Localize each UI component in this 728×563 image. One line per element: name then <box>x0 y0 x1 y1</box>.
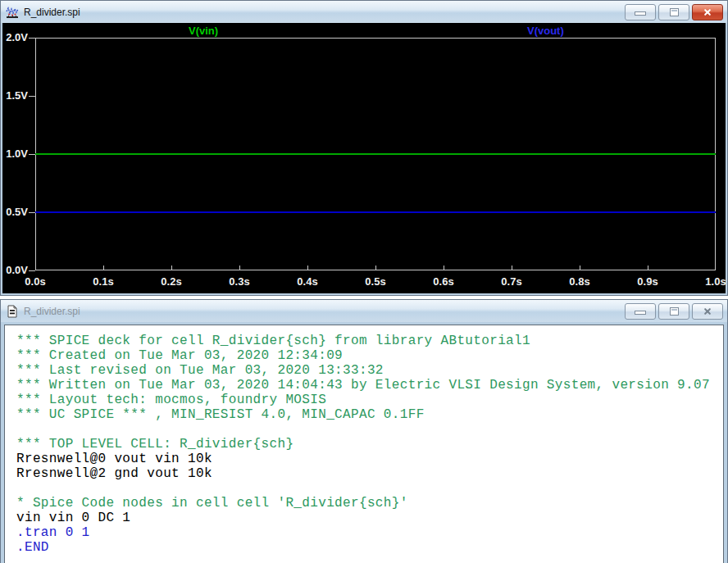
code-line: *** SPICE deck for cell R_divider{sch} f… <box>16 334 723 348</box>
code-line: Rresnwell@2 gnd vout 10k <box>16 466 723 481</box>
y-tick-label: 0.5V <box>2 206 28 219</box>
close-icon <box>703 306 712 316</box>
code-line: * Spice Code nodes in cell cell 'R_divid… <box>16 496 723 511</box>
code-line: .tran 0 1 <box>16 525 723 540</box>
editor-window: R_divider.spi *** SPICE deck for cell R_… <box>0 299 728 563</box>
y-tick-label: 1.5V <box>2 89 28 102</box>
editor-code: *** SPICE deck for cell R_divider{sch} f… <box>16 334 723 555</box>
x-tick-mark <box>307 266 308 270</box>
legend-vout[interactable]: V(vout) <box>527 25 564 37</box>
code-line: *** Last revised on Tue Mar 03, 2020 13:… <box>16 363 723 378</box>
y-tick-mark <box>29 154 35 155</box>
x-tick-label: 0.3s <box>218 275 261 288</box>
x-tick-label: 0.6s <box>422 275 465 288</box>
code-line: *** Layout tech: mocmos, foundry MOSIS <box>16 393 723 407</box>
waveform-icon <box>6 6 19 19</box>
x-tick-label: 0.5s <box>354 275 397 288</box>
minimize-button[interactable] <box>625 303 656 320</box>
document-icon <box>6 305 19 318</box>
code-line: .END <box>16 540 723 555</box>
y-tick-mark <box>29 212 35 213</box>
x-tick-label: 0.1s <box>82 275 125 288</box>
y-tick-mark <box>29 270 35 271</box>
x-tick-mark <box>648 266 648 270</box>
code-line: *** UC SPICE *** , MIN_RESIST 4.0, MIN_C… <box>16 407 723 422</box>
close-button[interactable] <box>692 303 723 320</box>
restore-button[interactable] <box>658 4 689 20</box>
minimize-icon <box>635 11 646 16</box>
code-line: vin vin 0 DC 1 <box>16 511 723 525</box>
close-button[interactable] <box>692 4 723 20</box>
y-tick-mark <box>29 96 35 97</box>
trace-vvout <box>35 211 716 213</box>
code-line: *** Written on Tue Mar 03, 2020 14:04:43… <box>16 378 723 393</box>
code-line <box>16 422 723 437</box>
y-tick-label: 2.0V <box>2 31 28 44</box>
restore-icon <box>670 307 679 316</box>
waveform-window: R_divider.spi V(vin)V(vout) 2.0V1.5V1.0V… <box>0 0 728 296</box>
x-tick-mark <box>580 266 580 270</box>
x-tick-mark <box>444 266 444 270</box>
minimize-button[interactable] <box>625 4 656 20</box>
restore-icon <box>670 8 679 16</box>
code-line: Rresnwell@0 vout vin 10k <box>16 452 723 466</box>
code-line <box>16 481 723 496</box>
code-line: *** Created on Tue Mar 03, 2020 12:34:09 <box>16 348 723 363</box>
code-line: *** TOP LEVEL CELL: R_divider{sch} <box>16 437 723 452</box>
x-tick-label: 0.2s <box>150 275 193 288</box>
x-tick-mark <box>103 266 104 270</box>
y-tick-label: 1.0V <box>2 148 28 161</box>
restore-button[interactable] <box>658 303 689 320</box>
x-tick-mark <box>171 266 172 270</box>
waveform-plot-area[interactable]: V(vin)V(vout) 2.0V1.5V1.0V0.5V0.0V 0.0s0… <box>2 23 726 293</box>
waveform-titlebar[interactable]: R_divider.spi <box>1 1 727 23</box>
window-controls <box>622 4 723 20</box>
trace-vvin <box>35 153 716 155</box>
x-tick-label: 0.0s <box>14 275 57 288</box>
spice-deck-text-area[interactable]: *** SPICE deck for cell R_divider{sch} f… <box>4 325 724 563</box>
x-tick-label: 0.9s <box>626 275 669 288</box>
editor-titlebar[interactable]: R_divider.spi <box>1 300 727 322</box>
legend-vin[interactable]: V(vin) <box>189 25 218 37</box>
x-tick-mark <box>375 266 376 270</box>
x-tick-mark <box>239 266 240 270</box>
x-tick-label: 0.4s <box>286 275 329 288</box>
x-tick-mark <box>512 266 512 270</box>
minimize-icon <box>635 311 646 315</box>
x-tick-label: 0.8s <box>558 275 601 288</box>
y-tick-mark <box>29 38 35 39</box>
window-controls <box>622 303 723 320</box>
close-icon <box>703 7 712 17</box>
window-title: R_divider.spi <box>24 306 622 317</box>
x-tick-label: 1.0s <box>694 275 726 288</box>
window-title: R_divider.spi <box>24 7 622 18</box>
x-tick-label: 0.7s <box>490 275 533 288</box>
